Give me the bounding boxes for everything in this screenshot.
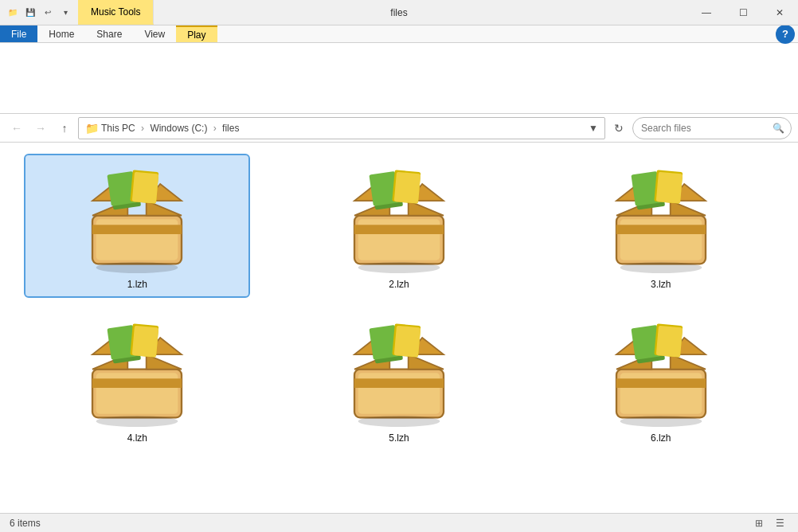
svg-rect-10 xyxy=(132,172,158,204)
tab-share[interactable]: Share xyxy=(85,25,133,42)
svg-point-71 xyxy=(620,416,702,427)
tab-view[interactable]: View xyxy=(133,25,176,42)
undo-icon: ↩ xyxy=(41,6,54,19)
lzh-icon xyxy=(81,315,193,429)
svg-point-23 xyxy=(358,262,440,273)
svg-rect-26 xyxy=(616,225,706,234)
tab-home[interactable]: Home xyxy=(37,25,85,42)
refresh-button[interactable]: ↻ xyxy=(608,118,629,139)
svg-rect-22 xyxy=(394,172,421,204)
content-area: 1.lzh 2.lzh xyxy=(0,143,798,513)
file-item[interactable]: 4.lzh xyxy=(25,309,248,450)
title-bar: 📁 💾 ↩ ▾ Music Tools files — ☐ ✕ xyxy=(0,0,798,25)
close-button[interactable]: ✕ xyxy=(761,0,798,25)
svg-point-35 xyxy=(620,262,702,273)
lzh-icon xyxy=(605,162,717,276)
svg-rect-58 xyxy=(394,326,421,358)
file-label: 6.lzh xyxy=(651,432,671,444)
file-label: 4.lzh xyxy=(127,432,147,444)
file-item[interactable]: 3.lzh xyxy=(550,155,773,296)
minimize-button[interactable]: — xyxy=(688,0,725,25)
ribbon-tab-row: File Home Share View Play ? xyxy=(0,25,798,43)
svg-rect-2 xyxy=(92,225,182,234)
crumb-files[interactable]: files xyxy=(222,123,239,134)
status-bar: 6 items ⊞ ☰ xyxy=(0,513,798,532)
file-grid: 1.lzh 2.lzh xyxy=(0,143,798,463)
lzh-icon xyxy=(81,162,193,276)
crumb-windows-c[interactable]: Windows (C:) xyxy=(150,123,207,134)
address-dropdown[interactable]: ▼ xyxy=(589,123,598,134)
file-label: 3.lzh xyxy=(651,279,671,290)
forward-button[interactable]: → xyxy=(30,118,51,139)
window-title: files xyxy=(390,7,407,18)
ribbon-content xyxy=(0,43,798,113)
svg-point-11 xyxy=(96,262,178,273)
save-icon: 💾 xyxy=(24,6,37,19)
back-button[interactable]: ← xyxy=(6,118,27,139)
address-bar: ← → ↑ 📁 This PC › Windows (C:) › files ▼… xyxy=(0,114,798,143)
up-button[interactable]: ↑ xyxy=(54,118,75,139)
svg-point-47 xyxy=(96,416,178,427)
file-item[interactable]: 5.lzh xyxy=(288,309,510,450)
help-button[interactable]: ? xyxy=(776,25,795,44)
file-label: 1.lzh xyxy=(127,279,147,290)
breadcrumb: This PC › Windows (C:) › files xyxy=(101,123,239,134)
svg-point-59 xyxy=(358,416,440,427)
lzh-icon xyxy=(343,315,455,429)
quick-access-icon: 📁 xyxy=(6,6,19,19)
item-count: 6 items xyxy=(10,518,41,529)
list-view-button[interactable]: ☰ xyxy=(771,514,788,532)
svg-rect-50 xyxy=(354,378,444,388)
file-item[interactable]: 6.lzh xyxy=(550,309,773,450)
dropdown-icon[interactable]: ▾ xyxy=(59,6,72,19)
title-bar-quick-access: 📁 💾 ↩ ▾ xyxy=(0,0,78,25)
file-item[interactable]: 2.lzh xyxy=(288,155,510,296)
address-box[interactable]: 📁 This PC › Windows (C:) › files ▼ xyxy=(78,117,605,139)
svg-rect-34 xyxy=(655,172,682,204)
ribbon-tab-bar: Music Tools xyxy=(78,0,688,25)
svg-rect-62 xyxy=(616,378,706,388)
music-tools-tab[interactable]: Music Tools xyxy=(78,0,154,25)
file-label: 2.lzh xyxy=(389,279,409,290)
crumb-arrow-2: › xyxy=(213,123,217,134)
view-controls: ⊞ ☰ xyxy=(750,514,788,532)
crumb-this-pc[interactable]: This PC xyxy=(101,123,135,134)
svg-rect-38 xyxy=(92,378,182,388)
large-icons-view-button[interactable]: ⊞ xyxy=(750,514,768,532)
tab-file[interactable]: File xyxy=(0,25,37,42)
lzh-icon xyxy=(343,162,455,276)
maximize-button[interactable]: ☐ xyxy=(725,0,761,25)
tab-play[interactable]: Play xyxy=(176,25,217,42)
svg-rect-70 xyxy=(655,326,682,358)
window-controls: — ☐ ✕ xyxy=(688,0,798,25)
search-icon: 🔍 xyxy=(773,123,784,134)
folder-icon: 📁 xyxy=(85,122,98,135)
crumb-arrow-1: › xyxy=(141,123,144,134)
lzh-icon xyxy=(605,315,717,429)
svg-rect-46 xyxy=(132,326,158,358)
file-item[interactable]: 1.lzh xyxy=(25,155,248,296)
search-input[interactable] xyxy=(641,123,773,134)
file-label: 5.lzh xyxy=(389,432,409,444)
svg-rect-14 xyxy=(354,225,444,234)
search-box[interactable]: 🔍 xyxy=(632,117,792,139)
ribbon: File Home Share View Play ? xyxy=(0,25,798,114)
